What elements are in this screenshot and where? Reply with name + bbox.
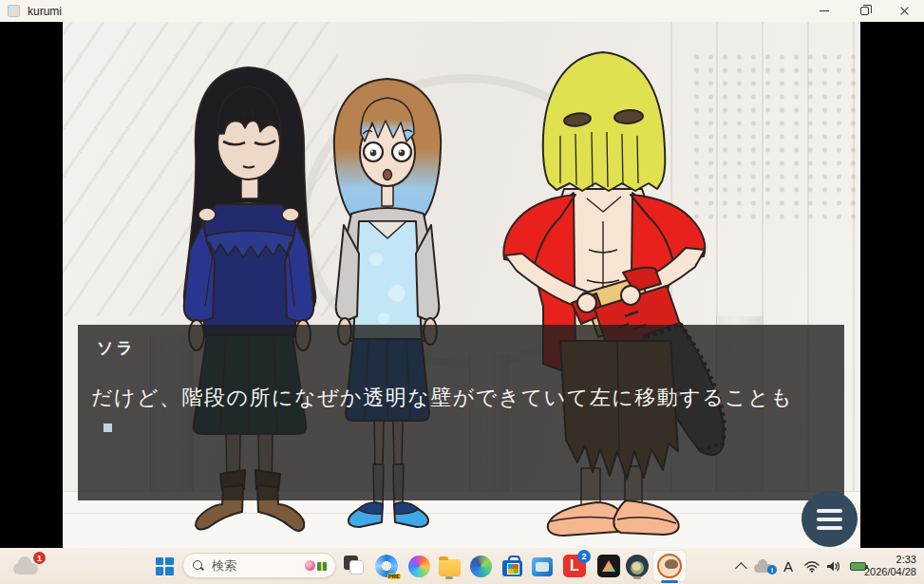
app-kurumi-active[interactable] <box>652 550 687 582</box>
taskbar: 1 PRE L <box>0 548 924 584</box>
app-copilot[interactable] <box>405 552 433 580</box>
game-viewport[interactable]: ソラ だけど、階段の所になぜか透明な壁ができていて左に移動することも <box>63 22 860 548</box>
tray-onedrive[interactable]: i <box>753 548 776 584</box>
chevron-up-icon <box>735 562 747 575</box>
window-titlebar: kurumi <box>0 0 924 22</box>
active-indicator <box>661 580 678 583</box>
search-input[interactable] <box>212 558 290 573</box>
game-stage: ソラ だけど、階段の所になぜか透明な壁ができていて左に移動することも <box>0 22 924 548</box>
app-edge-preview[interactable]: PRE <box>372 552 401 580</box>
task-view-icon <box>340 552 368 580</box>
speaker-name: ソラ <box>97 337 844 359</box>
tray-clock[interactable]: 2:33 2026/04/28 <box>864 548 916 584</box>
close-icon <box>899 6 910 16</box>
app-file-explorer[interactable] <box>435 552 463 580</box>
sync-arrows-icon: PRE <box>375 555 398 577</box>
folder-icon <box>439 559 461 576</box>
copilot-icon <box>408 556 430 577</box>
kurumi-game-icon <box>657 554 682 578</box>
sync-badge: i <box>767 565 777 575</box>
app-avatar[interactable] <box>623 552 651 580</box>
close-button[interactable] <box>884 0 924 22</box>
windows-logo-icon <box>156 557 174 575</box>
app-icon <box>8 5 20 17</box>
text-cursor <box>104 424 112 432</box>
minimize-button[interactable] <box>804 0 844 22</box>
dialogue-box[interactable]: ソラ だけど、階段の所になぜか透明な壁ができていて左に移動することも <box>78 325 844 500</box>
notification-badge: 1 <box>33 552 46 564</box>
menu-button[interactable] <box>801 491 858 547</box>
flower-icon <box>305 560 315 571</box>
store-bag-icon <box>502 560 522 576</box>
restore-icon <box>860 7 869 15</box>
volume-icon[interactable] <box>823 548 844 584</box>
running-indicator <box>633 576 641 579</box>
cloud-icon: i <box>754 559 775 573</box>
maximize-button[interactable] <box>844 0 884 22</box>
app-adobe-express[interactable] <box>594 552 623 580</box>
l-app-icon: L 2 <box>563 555 586 577</box>
l-app-badge: 2 <box>577 550 591 563</box>
app-l[interactable]: L 2 <box>560 552 589 580</box>
app-edge[interactable] <box>466 552 495 580</box>
hamburger-icon <box>817 509 842 513</box>
app-microsoft-store[interactable] <box>498 552 526 580</box>
taskbar-search[interactable] <box>182 553 336 578</box>
wifi-icon[interactable] <box>801 548 822 584</box>
outlook-icon <box>532 557 553 576</box>
notification-cloud-icon[interactable]: 1 <box>13 554 46 578</box>
ime-mode-indicator[interactable]: A <box>779 548 798 584</box>
running-indicator <box>445 576 453 579</box>
start-button[interactable] <box>150 552 179 580</box>
tray-overflow-button[interactable] <box>733 548 752 584</box>
search-seasonal-doodle-icon <box>305 560 327 571</box>
app-outlook[interactable] <box>528 552 556 580</box>
tray-time: 2:33 <box>896 554 916 566</box>
window-title: kurumi <box>28 5 62 18</box>
tray-date: 2026/04/28 <box>864 566 916 578</box>
avatar-icon <box>626 555 649 577</box>
task-view-button[interactable] <box>340 552 368 580</box>
dialogue-text: だけど、階段の所になぜか透明な壁ができていて左に移動することも <box>91 384 844 412</box>
pre-badge: PRE <box>387 574 401 579</box>
gift-icon <box>317 562 327 571</box>
edge-icon <box>470 556 492 577</box>
search-icon <box>193 560 204 572</box>
minimize-icon <box>820 10 829 11</box>
gradient-triangle-icon <box>597 555 620 577</box>
